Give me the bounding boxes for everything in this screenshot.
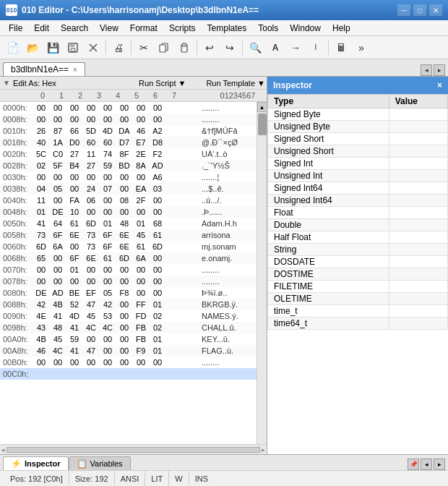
- list-item[interactable]: Half Float: [268, 231, 448, 244]
- byte-cell[interactable]: 6F: [50, 231, 66, 239]
- table-row[interactable]: 0038h:040500240700EA03...$..ê.: [0, 183, 257, 195]
- byte-cell[interactable]: 00: [83, 358, 99, 367]
- minimize-button[interactable]: ─: [397, 4, 410, 16]
- table-row[interactable]: 0050h:4164616D01480168Adam.H.h: [0, 218, 257, 229]
- byte-cell[interactable]: 00: [50, 115, 66, 124]
- list-item[interactable]: Unsigned Int64: [268, 195, 448, 207]
- byte-cell[interactable]: 01: [150, 335, 165, 344]
- byte-cell[interactable]: 00: [33, 115, 49, 124]
- byte-cell[interactable]: 00: [100, 277, 116, 286]
- byte-cell[interactable]: AD: [50, 289, 66, 297]
- byte-cell[interactable]: 00: [150, 208, 165, 216]
- byte-cell[interactable]: 65: [33, 254, 49, 263]
- byte-cell[interactable]: 00: [50, 265, 66, 274]
- byte-cell[interactable]: 5F: [50, 161, 66, 170]
- list-item[interactable]: Signed Int: [268, 158, 448, 170]
- byte-cell[interactable]: DA: [116, 127, 132, 135]
- list-item[interactable]: Unsigned Int: [268, 170, 448, 182]
- byte-cell[interactable]: 01: [133, 219, 149, 228]
- byte-cell[interactable]: 02: [150, 323, 165, 332]
- vertical-scrollbar[interactable]: ▲: [257, 102, 267, 444]
- byte-cell[interactable]: EA: [133, 184, 149, 193]
- byte-cell[interactable]: 5D: [83, 127, 99, 135]
- byte-cell[interactable]: 00: [150, 265, 165, 274]
- byte-cell[interactable]: 74: [100, 150, 116, 158]
- list-item[interactable]: Signed Byte: [268, 108, 448, 121]
- byte-cell[interactable]: 00: [116, 300, 132, 309]
- list-item[interactable]: time64_t: [268, 317, 448, 330]
- byte-cell[interactable]: 00: [50, 358, 66, 367]
- byte-cell[interactable]: 00: [116, 323, 132, 332]
- horizontal-scrollbar[interactable]: ◂ ▸: [0, 444, 267, 454]
- find-text-button[interactable]: A: [266, 39, 285, 56]
- byte-cell[interactable]: FA: [66, 196, 82, 205]
- more-button[interactable]: »: [352, 39, 371, 56]
- byte-cell[interactable]: 26: [33, 127, 49, 135]
- byte-cell[interactable]: 00: [100, 335, 116, 344]
- list-item[interactable]: FILETIME: [268, 281, 448, 293]
- byte-cell[interactable]: 00: [83, 115, 99, 124]
- byte-cell[interactable]: 6E: [83, 254, 99, 263]
- close-file-button[interactable]: [84, 39, 103, 56]
- byte-cell[interactable]: 46: [33, 346, 49, 355]
- table-row[interactable]: 00A8h:464C41470000F901FLAG..ù.: [0, 345, 257, 357]
- menu-item-file[interactable]: File: [3, 22, 28, 35]
- find-button[interactable]: 🔍: [246, 39, 264, 56]
- byte-cell[interactable]: 73: [83, 231, 99, 239]
- menu-item-help[interactable]: Help: [327, 22, 356, 35]
- byte-cell[interactable]: 8F: [116, 150, 132, 158]
- byte-cell[interactable]: 60: [83, 138, 99, 147]
- byte-cell[interactable]: 00: [50, 103, 66, 112]
- byte-cell[interactable]: 45: [83, 312, 99, 320]
- calculator-button[interactable]: 🖩: [332, 39, 350, 56]
- byte-cell[interactable]: 10: [66, 208, 82, 216]
- table-row[interactable]: 00C0h:: [0, 368, 257, 380]
- byte-cell[interactable]: 00: [150, 277, 165, 286]
- byte-cell[interactable]: 02: [33, 161, 49, 170]
- byte-cell[interactable]: 00: [66, 184, 82, 193]
- byte-cell[interactable]: EF: [83, 289, 99, 297]
- byte-cell[interactable]: 00: [33, 103, 49, 112]
- byte-cell[interactable]: 00: [83, 103, 99, 112]
- save-button[interactable]: 💾: [43, 39, 62, 56]
- file-tab-close[interactable]: ×: [73, 66, 77, 74]
- file-tab[interactable]: b3dlbnN1eA== ×: [3, 62, 85, 76]
- byte-cell[interactable]: 43: [33, 323, 49, 332]
- byte-cell[interactable]: F2: [150, 150, 165, 158]
- byte-cell[interactable]: 04: [33, 184, 49, 193]
- byte-cell[interactable]: 59: [100, 161, 116, 170]
- table-row[interactable]: 0028h:025FB42759BD8AAD._´'Y½Š­: [0, 160, 257, 171]
- table-row[interactable]: 0020h:5CC02711748F2EF2UÀ'.t..ò: [0, 148, 257, 160]
- byte-cell[interactable]: 41: [50, 312, 66, 320]
- inspector-close-button[interactable]: ×: [437, 80, 442, 90]
- byte-cell[interactable]: 47: [83, 300, 99, 309]
- byte-cell[interactable]: 45: [50, 335, 66, 344]
- byte-cell[interactable]: 61: [100, 254, 116, 263]
- byte-cell[interactable]: 00: [116, 277, 132, 286]
- menu-item-window[interactable]: Window: [284, 22, 327, 35]
- byte-cell[interactable]: 00: [116, 335, 132, 344]
- byte-cell[interactable]: 6E: [116, 242, 132, 251]
- byte-cell[interactable]: 66: [66, 127, 82, 135]
- menu-item-scripts[interactable]: Scripts: [163, 22, 202, 35]
- byte-cell[interactable]: 01: [150, 346, 165, 355]
- byte-cell[interactable]: 01: [150, 300, 165, 309]
- list-item[interactable]: Signed Short: [268, 133, 448, 145]
- insert-button[interactable]: I: [306, 39, 325, 56]
- table-row[interactable]: 0040h:1100FA0600082F00..ú.../.: [0, 195, 257, 206]
- byte-cell[interactable]: 6D: [83, 219, 99, 228]
- save-all-button[interactable]: [64, 39, 82, 56]
- scroll-up-arrow[interactable]: ▲: [257, 102, 267, 112]
- menu-item-edit[interactable]: Edit: [28, 22, 55, 35]
- byte-cell[interactable]: 00: [116, 346, 132, 355]
- byte-cell[interactable]: FB: [133, 335, 149, 344]
- copy-button[interactable]: [155, 39, 173, 56]
- byte-cell[interactable]: 00: [66, 277, 82, 286]
- list-item[interactable]: DOSDATE: [268, 256, 448, 268]
- byte-cell[interactable]: FF: [133, 300, 149, 309]
- menu-item-search[interactable]: Search: [55, 22, 94, 35]
- byte-cell[interactable]: 00: [150, 254, 165, 263]
- table-row[interactable]: 0080h:DEADBEEF05F80000Þ­¾ï.ø..: [0, 287, 257, 299]
- byte-cell[interactable]: 05: [50, 184, 66, 193]
- byte-cell[interactable]: 41: [66, 346, 82, 355]
